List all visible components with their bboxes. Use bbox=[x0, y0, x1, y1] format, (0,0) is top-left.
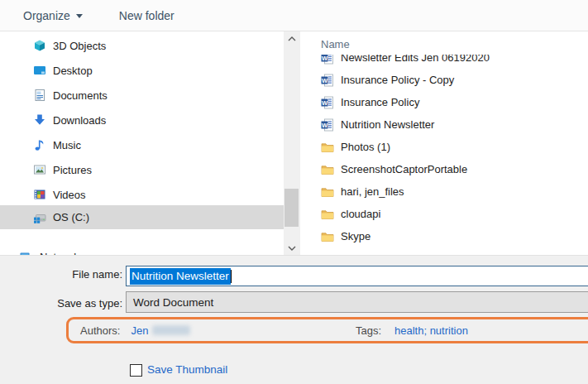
word-doc-icon: W bbox=[321, 118, 334, 132]
file-row[interactable]: W Nutrition Newsletter bbox=[300, 113, 588, 136]
file-name-label: File name: bbox=[0, 268, 122, 281]
file-name: Insurance Policy - Copy bbox=[341, 74, 454, 86]
file-name: Newsletter Edits Jen 06192020 bbox=[341, 55, 490, 64]
documents-icon bbox=[33, 89, 46, 102]
file-row[interactable]: W Insurance Policy bbox=[300, 91, 588, 113]
3d-objects-icon bbox=[33, 39, 46, 52]
sidebar-item-desktop[interactable]: Desktop bbox=[0, 59, 284, 82]
sidebar-item-documents[interactable]: Documents bbox=[0, 84, 284, 107]
authors-label: Authors: bbox=[80, 324, 120, 337]
toolbar: Organize New folder bbox=[0, 0, 588, 31]
sidebar-item-pictures[interactable]: Pictures bbox=[0, 158, 284, 181]
file-row[interactable]: cloudapi bbox=[300, 203, 588, 225]
svg-text:W: W bbox=[322, 98, 328, 106]
sidebar-item-music[interactable]: Music bbox=[0, 133, 284, 156]
sidebar-item-downloads[interactable]: Downloads bbox=[0, 108, 284, 132]
file-name: Skype bbox=[341, 230, 370, 242]
downloads-icon bbox=[33, 113, 46, 127]
metadata-highlight-box: Authors: Jen Tags: health; nutrition bbox=[66, 317, 588, 343]
browser-pane: 3D Objects Desktop Documents Downloads M… bbox=[0, 31, 588, 255]
organize-button-label: Organize bbox=[23, 9, 70, 22]
author-redacted-blur bbox=[152, 325, 190, 335]
word-doc-icon: W bbox=[321, 55, 334, 65]
music-icon bbox=[33, 138, 46, 151]
file-name: Photos (1) bbox=[341, 141, 390, 153]
form-panel: File name: Nutrition Newsletter Save as … bbox=[0, 255, 588, 384]
videos-icon bbox=[33, 188, 46, 201]
folder-icon bbox=[321, 185, 334, 199]
tags-label: Tags: bbox=[356, 324, 381, 337]
file-list: W Newsletter Edits Jen 06192020 W Insura… bbox=[300, 55, 588, 255]
folder-icon bbox=[321, 208, 334, 221]
sidebar-item-label: OS (C:) bbox=[53, 211, 89, 223]
folder-icon bbox=[321, 163, 334, 176]
sidebar-item-label: Downloads bbox=[53, 114, 106, 127]
chevron-down-icon bbox=[288, 246, 296, 251]
file-row[interactable]: Skype bbox=[300, 225, 588, 247]
sidebar-item-label: 3D Objects bbox=[53, 40, 106, 52]
sidebar-item-label: Videos bbox=[53, 189, 86, 201]
sidebar-item-network[interactable]: Network bbox=[0, 245, 284, 255]
file-name: Insurance Policy bbox=[341, 96, 419, 108]
nav-scrollbar[interactable] bbox=[284, 31, 299, 255]
new-folder-button-label: New folder bbox=[119, 9, 174, 22]
save-as-dialog: Organize New folder 3D Objects Desktop D… bbox=[0, 0, 588, 384]
sidebar-item-videos[interactable]: Videos bbox=[0, 183, 284, 206]
word-doc-icon: W bbox=[321, 74, 334, 87]
scrollbar-thumb[interactable] bbox=[284, 189, 299, 227]
file-name-input[interactable]: Nutrition Newsletter bbox=[126, 266, 588, 286]
sidebar-item-3d-objects[interactable]: 3D Objects bbox=[0, 34, 284, 57]
selected-text: Nutrition Newsletter bbox=[130, 268, 231, 285]
save-as-type-label: Save as type: bbox=[0, 297, 122, 310]
sidebar-item-label: Desktop bbox=[53, 65, 93, 77]
organize-button[interactable]: Organize bbox=[23, 9, 83, 22]
file-row[interactable]: ScreenshotCaptorPortable bbox=[300, 158, 588, 180]
file-row[interactable]: hari, jen_files bbox=[300, 180, 588, 203]
folder-icon bbox=[321, 230, 334, 243]
authors-value[interactable]: Jen bbox=[131, 324, 148, 337]
sidebar-item-label: Music bbox=[53, 139, 81, 151]
file-name: cloudapi bbox=[341, 208, 380, 220]
svg-text:W: W bbox=[322, 55, 328, 61]
tags-value[interactable]: health; nutrition bbox=[394, 324, 468, 337]
save-as-type-select[interactable]: Word Document bbox=[126, 291, 588, 313]
file-name: Nutrition Newsletter bbox=[341, 118, 434, 131]
chevron-up-icon bbox=[288, 36, 296, 41]
scroll-down-button[interactable] bbox=[284, 241, 299, 255]
save-thumbnail-checkbox[interactable] bbox=[130, 364, 142, 377]
os-drive-icon bbox=[33, 211, 46, 224]
svg-text:W: W bbox=[322, 121, 328, 128]
new-folder-button[interactable]: New folder bbox=[119, 9, 174, 22]
file-name: hari, jen_files bbox=[341, 185, 404, 198]
scroll-up-button[interactable] bbox=[284, 31, 299, 46]
file-row[interactable]: Photos (1) bbox=[300, 136, 588, 158]
save-thumbnail-label[interactable]: Save Thumbnail bbox=[147, 363, 227, 376]
svg-text:W: W bbox=[322, 76, 328, 84]
column-header-name[interactable]: Name bbox=[321, 38, 350, 50]
pictures-icon bbox=[33, 163, 46, 176]
save-as-type-value: Word Document bbox=[133, 296, 213, 309]
file-row[interactable]: W Insurance Policy - Copy bbox=[300, 69, 588, 91]
caret-down-icon bbox=[76, 14, 83, 18]
text-caret bbox=[231, 270, 232, 283]
sidebar-item-label: Documents bbox=[53, 89, 108, 102]
word-doc-icon: W bbox=[321, 96, 334, 109]
desktop-icon bbox=[33, 64, 46, 77]
file-row[interactable]: W Newsletter Edits Jen 06192020 bbox=[300, 55, 588, 69]
file-name: ScreenshotCaptorPortable bbox=[341, 163, 467, 175]
sidebar-item-os-c[interactable]: OS (C:) bbox=[0, 205, 284, 229]
folder-icon bbox=[321, 141, 334, 154]
sidebar-item-label: Pictures bbox=[53, 164, 92, 176]
